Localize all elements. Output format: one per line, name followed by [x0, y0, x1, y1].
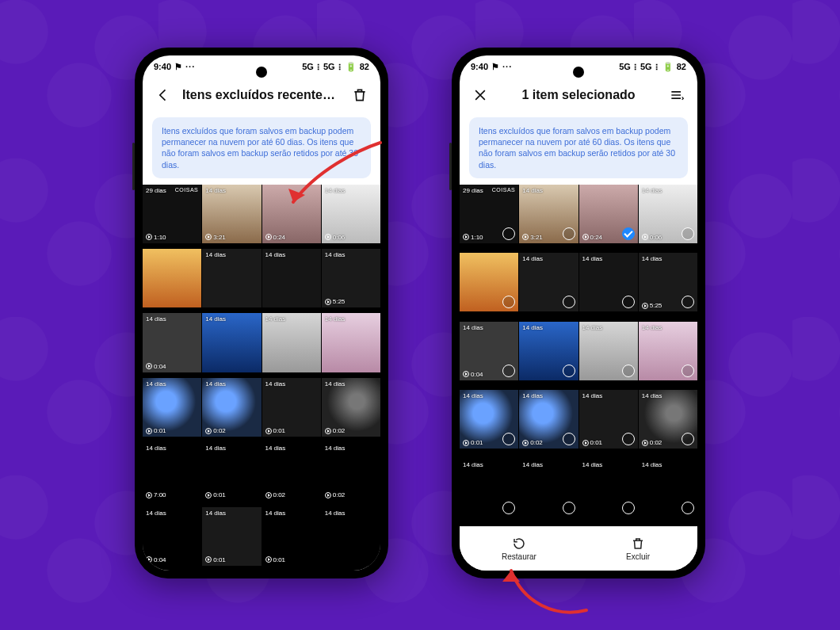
media-cell[interactable]: 14 dias7:00 — [143, 442, 201, 501]
selection-circle[interactable] — [563, 502, 575, 514]
media-cell[interactable]: 14 dias0:04 — [460, 322, 518, 380]
duration-label: 0:02 — [205, 427, 226, 434]
duration-label: 0:01 — [205, 491, 226, 498]
close-button[interactable] — [468, 82, 493, 108]
media-cell[interactable]: 14 dias — [519, 253, 578, 311]
media-cell[interactable] — [460, 253, 518, 311]
media-cell[interactable]: 14 dias0:01 — [202, 507, 261, 566]
play-icon — [582, 440, 589, 446]
media-cell[interactable]: 14 dias0:02 — [202, 378, 261, 437]
media-cell[interactable]: 14 dias — [202, 313, 261, 372]
media-cell[interactable]: 14 dias — [322, 313, 380, 372]
selection-circle[interactable] — [682, 227, 694, 240]
media-cell[interactable]: 14 dias0:02 — [519, 390, 578, 449]
media-cell[interactable]: 14 dias0:01 — [202, 442, 261, 501]
media-cell[interactable]: 29 dias1:10COISAS — [460, 185, 518, 243]
media-cell[interactable]: 14 dias0:02 — [639, 390, 697, 449]
media-grid[interactable]: 29 dias1:10COISAS14 dias3:210:2414 dias0… — [143, 185, 380, 571]
phone-frame-right: 9:40 ⚑ ··· 5G ⫶ 5G ⫶ 🔋 82 1 item selecio… — [452, 48, 705, 578]
media-cell[interactable]: 14 dias — [202, 249, 261, 307]
media-cell[interactable]: 14 dias0:04 — [143, 313, 201, 372]
media-cell[interactable]: 14 dias0:01 — [143, 378, 201, 437]
selection-checkmark-icon[interactable] — [622, 227, 635, 240]
play-icon — [205, 556, 212, 563]
media-cell[interactable]: 14 dias — [262, 313, 321, 372]
media-cell[interactable]: 14 dias5:25 — [639, 253, 697, 311]
media-cell[interactable]: 14 dias3:21 — [519, 185, 578, 243]
media-cell[interactable]: 14 dias0:06 — [322, 185, 380, 243]
duration-label: 0:24 — [265, 234, 286, 241]
play-icon — [265, 492, 272, 498]
selection-circle[interactable] — [682, 502, 694, 514]
days-remaining-label: 14 dias — [582, 461, 603, 468]
selection-circle[interactable] — [563, 227, 575, 240]
restore-label: Restaurar — [502, 552, 536, 561]
media-cell[interactable]: 14 dias — [639, 459, 697, 517]
page-title: Itens excluídos recentem… — [182, 88, 341, 102]
media-cell[interactable]: 14 dias0:01 — [262, 378, 321, 437]
media-cell[interactable]: 14 dias — [579, 459, 638, 517]
media-cell[interactable]: 14 dias — [262, 249, 321, 307]
duration-label: 0:02 — [325, 491, 346, 498]
media-cell[interactable]: 14 dias0:04 — [143, 507, 201, 566]
days-remaining-label: 14 dias — [265, 510, 286, 517]
media-cell[interactable]: 14 dias5:25 — [322, 249, 380, 307]
media-cell[interactable]: 14 dias0:01 — [262, 507, 321, 566]
selection-circle[interactable] — [622, 502, 635, 514]
play-icon — [205, 492, 212, 498]
media-cell[interactable]: 0:24 — [262, 185, 321, 243]
duration-label: 0:04 — [463, 371, 483, 378]
play-icon — [265, 556, 272, 563]
play-icon — [463, 234, 469, 240]
section-label: COISAS — [492, 187, 515, 193]
media-cell[interactable]: 14 dias0:02 — [322, 442, 380, 501]
play-icon — [325, 234, 331, 240]
status-time: 9:40 — [154, 62, 171, 71]
days-remaining-label: 14 dias — [642, 187, 662, 194]
selection-circle[interactable] — [563, 365, 575, 377]
duration-label: 0:06 — [325, 234, 346, 241]
selection-circle[interactable] — [682, 365, 694, 377]
select-all-button[interactable] — [664, 82, 689, 108]
days-remaining-label: 14 dias — [325, 315, 346, 323]
selection-circle[interactable] — [622, 365, 635, 377]
media-grid[interactable]: 29 dias1:10COISAS14 dias3:210:2414 dias0… — [460, 185, 697, 526]
media-cell[interactable] — [143, 249, 201, 307]
selection-circle[interactable] — [502, 365, 515, 377]
media-cell[interactable]: 14 dias — [579, 322, 638, 380]
duration-label: 0:01 — [265, 427, 286, 434]
restore-button[interactable]: Restaurar — [460, 527, 578, 571]
media-cell[interactable]: 14 dias0:06 — [639, 185, 697, 243]
media-cell[interactable]: 14 dias — [460, 459, 518, 517]
media-cell[interactable]: 14 dias3:21 — [202, 185, 261, 243]
days-remaining-label: 14 dias — [522, 392, 543, 399]
media-cell[interactable]: 14 dias0:02 — [322, 378, 380, 437]
media-cell[interactable]: 14 dias — [639, 322, 697, 380]
status-battery: 82 — [677, 62, 686, 71]
back-button[interactable] — [151, 82, 176, 108]
play-icon — [265, 234, 272, 240]
selection-circle[interactable] — [563, 296, 575, 308]
media-cell[interactable]: 14 dias — [519, 459, 578, 517]
selection-circle[interactable] — [622, 433, 635, 445]
play-icon — [325, 299, 331, 305]
media-cell[interactable]: 14 dias — [519, 322, 578, 380]
duration-label: 1:10 — [146, 234, 166, 241]
media-cell[interactable]: 14 dias0:02 — [262, 442, 321, 501]
play-icon — [146, 234, 152, 240]
media-cell[interactable]: 0:24 — [579, 185, 638, 243]
status-network: 5G ⫶ 5G ⫶ — [619, 62, 659, 71]
media-cell[interactable]: 14 dias — [579, 253, 638, 311]
selection-circle[interactable] — [502, 502, 515, 514]
battery-icon: 🔋 — [346, 62, 357, 72]
media-cell[interactable]: 14 dias0:01 — [460, 390, 518, 449]
trash-button[interactable] — [347, 82, 372, 108]
days-remaining-label: 14 dias — [642, 255, 662, 262]
media-cell[interactable]: 29 dias1:10COISAS — [143, 185, 201, 243]
media-cell[interactable]: 14 dias0:01 — [579, 390, 638, 449]
delete-button[interactable]: Excluir — [578, 527, 697, 571]
media-cell[interactable]: 14 dias — [322, 507, 380, 566]
days-remaining-label: 14 dias — [522, 324, 543, 331]
selection-circle[interactable] — [563, 433, 575, 445]
days-remaining-label: 14 dias — [205, 251, 226, 258]
